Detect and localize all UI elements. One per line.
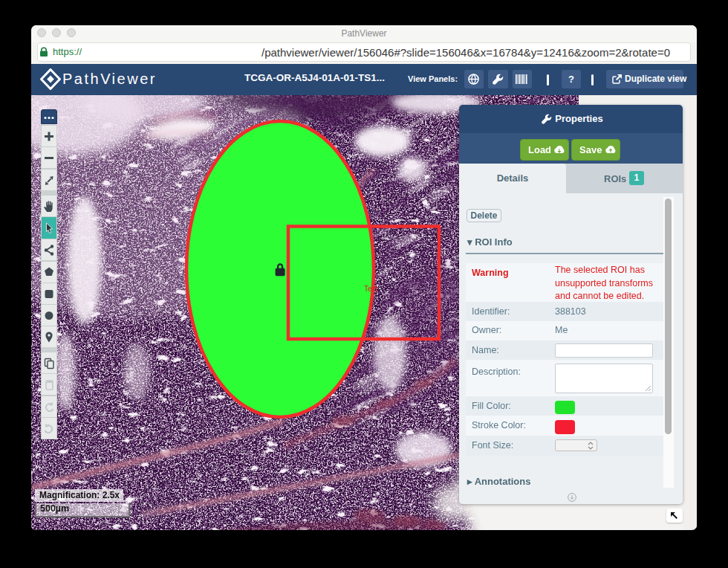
svg-text:Text: Text (364, 285, 378, 293)
